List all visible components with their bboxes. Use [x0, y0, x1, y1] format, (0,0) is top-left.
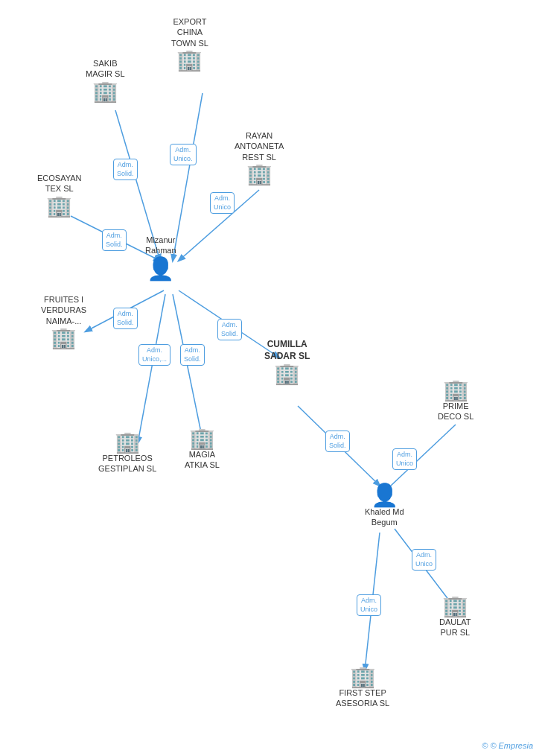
building-icon-export-china-town: 🏢 — [176, 50, 203, 71]
diagram-container: EXPORT CHINA TOWN SL 🏢 SAKIBMAGIR SL 🏢 R… — [0, 0, 542, 756]
badge-adm-solid-3[interactable]: Adm.Solid. — [113, 308, 138, 329]
person-icon-mizanur: 👤 — [147, 258, 174, 280]
node-petroleos-gestiplan[interactable]: 🏢 PETROLEOSGESTIPLAN SL — [98, 432, 156, 476]
node-daulat-pur[interactable]: 🏢 DAULATPUR SL — [439, 596, 471, 640]
svg-line-6 — [138, 294, 165, 443]
node-sakib-magir[interactable]: SAKIBMAGIR SL 🏢 — [86, 58, 125, 102]
badge-adm-unico-4[interactable]: Adm.Unico — [412, 549, 436, 571]
svg-line-0 — [173, 93, 203, 261]
watermark-text: © Empresia — [490, 741, 533, 750]
building-icon-daulat-pur: 🏢 — [442, 596, 468, 617]
badge-adm-solid-5[interactable]: Adm.Solid. — [180, 344, 205, 366]
building-icon-sakib-magir: 🏢 — [92, 81, 118, 102]
watermark: © © Empresia — [482, 741, 533, 750]
node-fruites-verduras[interactable]: FRUITES IVERDURASNAIMA-... 🏢 — [41, 294, 86, 349]
node-cumilla-sadar[interactable]: CUMILLASADAR SL 🏢 — [264, 339, 310, 384]
building-icon-rayan-antoaneta: 🏢 — [246, 164, 272, 185]
badge-adm-unico-5[interactable]: Adm.Unico — [357, 594, 381, 616]
building-icon-petroleos-gestiplan: 🏢 — [115, 432, 141, 453]
node-export-china-town[interactable]: EXPORT CHINA TOWN SL 🏢 — [171, 16, 208, 71]
node-first-step-asesoria[interactable]: 🏢 FIRST STEPASESORIA SL — [336, 667, 389, 711]
building-icon-first-step-asesoria: 🏢 — [350, 667, 376, 687]
building-icon-ecosayan-tex: 🏢 — [46, 196, 72, 217]
badge-adm-solid-2[interactable]: Adm.Solid. — [102, 229, 127, 251]
badge-adm-unico-2[interactable]: Adm.Unico — [210, 192, 235, 214]
badge-adm-unico-1[interactable]: Adm.Unico. — [170, 144, 197, 165]
badge-adm-solid-4[interactable]: Adm.Solid. — [217, 319, 242, 340]
building-icon-cumilla-sadar: 🏢 — [274, 363, 300, 384]
svg-line-7 — [173, 294, 203, 439]
node-prime-deco[interactable]: 🏢 PRIMEDECO SL — [438, 380, 474, 424]
building-icon-fruites-verduras: 🏢 — [51, 328, 77, 349]
badge-adm-unico-3[interactable]: Adm.Unico — [392, 448, 417, 470]
node-rayan-antoaneta[interactable]: RAYANANTOANETAREST SL 🏢 — [235, 130, 284, 185]
node-mizanur-rahman[interactable]: MizanurRahman 👤 — [145, 235, 176, 280]
building-icon-magia-atkia: 🏢 — [189, 428, 215, 449]
node-khaled-md-begum[interactable]: 👤 Khaled MdBegum — [365, 484, 404, 530]
person-icon-khaled: 👤 — [371, 484, 398, 506]
badge-adm-solid-1[interactable]: Adm.Solid. — [113, 159, 138, 180]
badge-adm-unico-combo[interactable]: Adm.Unico,... — [138, 344, 170, 366]
node-ecosayan-tex[interactable]: ECOSAYANTEX SL 🏢 — [37, 173, 82, 217]
building-icon-prime-deco: 🏢 — [443, 380, 469, 401]
node-magia-atkia[interactable]: 🏢 MAGIAATKIA SL — [185, 428, 220, 472]
badge-adm-solid-6[interactable]: Adm.Solid. — [325, 431, 350, 452]
watermark-symbol: © — [482, 741, 488, 750]
